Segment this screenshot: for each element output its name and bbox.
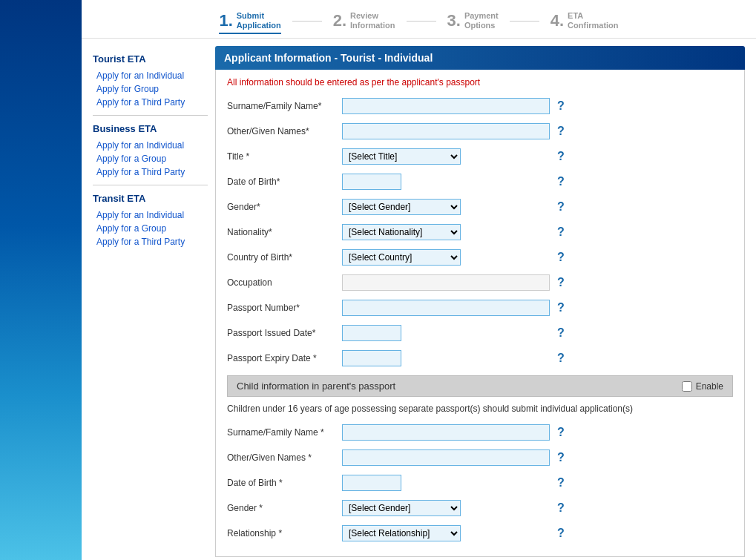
row-gender: Gender* [Select Gender] Male Female ? [227,197,733,217]
row-surname: Surname/Family Name* ? [227,96,733,116]
input-wrap-passport-expiry [342,350,550,366]
label-other-names: Other/Given Names* [227,126,342,136]
step-4-line1: ETA [568,11,618,21]
label-child-gender: Gender * [227,503,342,513]
select-title[interactable]: [Select Title] Mr Mrs Miss Dr [342,148,461,165]
form-body: All information should be entered as per… [215,70,745,557]
step-3-number: 3. [447,11,461,30]
step-4-number: 4. [550,11,564,30]
row-passport-expiry: Passport Expiry Date * ? [227,349,733,368]
step-2-line1: Review [350,11,395,21]
step-2-number: 2. [333,11,346,30]
row-title: Title * [Select Title] Mr Mrs Miss Dr ? [227,147,733,166]
help-icon-gender[interactable]: ? [557,200,565,214]
input-passport-expiry[interactable] [342,350,401,366]
sidebar-link-transit-third-party[interactable]: Apply for a Third Party [93,235,208,248]
step-3-text: Payment Options [464,11,499,30]
input-wrap-nationality: [Select Nationality] [342,224,550,240]
input-wrap-gender: [Select Gender] Male Female [342,199,550,215]
step-2-text: Review Information [350,11,395,30]
sidebar: Tourist ETA Apply for an Individual Appl… [93,46,208,557]
input-surname[interactable] [342,98,550,114]
sidebar-link-transit-individual[interactable]: Apply for an Individual [93,208,208,222]
row-dob: Date of Birth* ? [227,172,733,191]
help-icon-child-dob[interactable]: ? [557,476,565,490]
help-icon-title[interactable]: ? [557,150,565,163]
select-country-of-birth[interactable]: [Select Country] [342,249,461,266]
label-passport-issued: Passport Issued Date* [227,328,342,338]
help-icon-passport-issued[interactable]: ? [557,326,565,340]
input-passport-issued[interactable] [342,325,401,341]
label-occupation: Occupation [227,277,342,288]
input-passport-number[interactable] [342,300,550,316]
row-country-of-birth: Country of Birth* [Select Country] ? [227,248,733,267]
help-icon-child-relationship[interactable]: ? [557,527,565,540]
input-wrap-other-names [342,123,550,139]
help-icon-occupation[interactable]: ? [557,276,565,289]
label-child-dob: Date of Birth * [227,478,342,488]
input-wrap-country-of-birth: [Select Country] [342,249,550,266]
input-occupation[interactable] [342,274,550,291]
help-icon-nationality[interactable]: ? [557,225,565,239]
input-wrap-passport-issued [342,325,550,341]
step-1: 1. Submit Application [208,7,292,34]
row-nationality: Nationality* [Select Nationality] ? [227,223,733,242]
input-wrap-surname [342,98,550,114]
input-other-names[interactable] [342,123,550,139]
sidebar-link-business-third-party[interactable]: Apply for a Third Party [93,165,208,179]
sidebar-link-business-group[interactable]: Apply for a Group [93,152,208,165]
help-icon-dob[interactable]: ? [557,175,565,188]
step-3: 3. Payment Options [436,7,510,34]
input-child-dob[interactable] [342,475,401,491]
help-icon-passport-expiry[interactable]: ? [557,352,565,365]
step-1-number: 1. [219,11,232,30]
step-1-line1: Submit [237,11,281,21]
help-icon-surname[interactable]: ? [557,99,565,113]
help-icon-child-other-names[interactable]: ? [557,451,565,464]
input-dob[interactable] [342,174,401,190]
sidebar-link-tourist-third-party[interactable]: Apply for a Third Party [93,96,208,109]
sidebar-link-business-individual[interactable]: Apply for an Individual [93,139,208,152]
form-header: Applicant Information - Tourist - Indivi… [215,46,745,70]
select-child-gender[interactable]: [Select Gender] Male Female [342,500,461,516]
select-nationality[interactable]: [Select Nationality] [342,224,461,240]
step-4-line2: Confirmation [568,21,618,30]
child-enable-checkbox[interactable] [682,381,692,392]
input-wrap-title: [Select Title] Mr Mrs Miss Dr [342,148,550,165]
input-wrap-dob [342,174,550,190]
input-child-surname[interactable] [342,424,550,441]
sidebar-link-tourist-group[interactable]: Apply for Group [93,82,208,96]
sidebar-link-transit-group[interactable]: Apply for a Group [93,222,208,235]
label-passport-number: Passport Number* [227,303,342,313]
input-child-other-names[interactable] [342,449,550,466]
select-gender[interactable]: [Select Gender] Male Female [342,199,461,215]
select-child-relationship[interactable]: [Select Relationship] [342,525,461,541]
child-notice: Children under 16 years of age possessin… [227,403,733,415]
input-wrap-occupation [342,274,550,291]
sidebar-section-tourist: Tourist ETA [93,53,208,65]
input-wrap-child-gender: [Select Gender] Male Female [342,500,550,516]
help-icon-child-surname[interactable]: ? [557,426,565,439]
label-title: Title * [227,151,342,162]
sidebar-link-tourist-individual[interactable]: Apply for an Individual [93,69,208,82]
help-icon-passport-number[interactable]: ? [557,301,565,314]
label-passport-expiry: Passport Expiry Date * [227,353,342,363]
sidebar-section-transit: Transit ETA [93,193,208,204]
step-1-line2: Application [237,21,281,30]
help-icon-country-of-birth[interactable]: ? [557,251,565,264]
input-wrap-child-dob [342,475,550,491]
step-3-line1: Payment [464,11,499,21]
row-child-other-names: Other/Given Names * ? [227,448,733,467]
child-section-bar: Child information in parent's passport E… [227,375,733,397]
label-child-surname: Surname/Family Name * [227,427,342,438]
row-other-names: Other/Given Names* ? [227,122,733,141]
row-occupation: Occupation ? [227,273,733,292]
step-3-line2: Options [464,21,499,30]
label-dob: Date of Birth* [227,177,342,187]
help-icon-other-names[interactable]: ? [557,125,565,138]
input-wrap-child-relationship: [Select Relationship] [342,525,550,541]
help-icon-child-gender[interactable]: ? [557,501,565,515]
label-country-of-birth: Country of Birth* [227,252,342,263]
step-1-text: Submit Application [237,11,281,30]
label-child-other-names: Other/Given Names * [227,452,342,463]
